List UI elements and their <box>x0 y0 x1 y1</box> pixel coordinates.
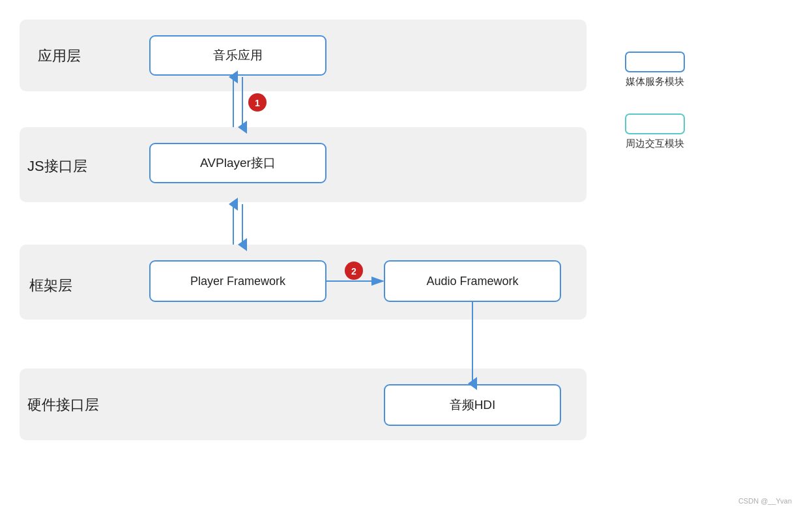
badge-1-text: 1 <box>255 98 260 108</box>
audio-hdi-label: 音频HDI <box>450 398 496 412</box>
watermark: CSDN @__Yvan <box>738 497 792 505</box>
player-framework-label: Player Framework <box>190 275 286 288</box>
audio-framework-label: Audio Framework <box>426 275 519 288</box>
legend-teal-label: 周边交互模块 <box>626 138 684 149</box>
diagram-wrapper: 音乐应用 AVPlayer接口 Player Framework Audio F… <box>0 0 812 512</box>
app-layer-label: 应用层 <box>38 48 81 64</box>
js-layer-label: JS接口层 <box>27 158 87 174</box>
hardware-layer-label: 硬件接口层 <box>27 397 99 413</box>
legend-teal-box <box>626 114 684 134</box>
badge-2-text: 2 <box>351 266 356 277</box>
legend-blue-box <box>626 52 684 72</box>
legend-blue-label: 媒体服务模块 <box>626 76 684 87</box>
music-app-label: 音乐应用 <box>213 48 263 62</box>
avplayer-label: AVPlayer接口 <box>200 156 276 170</box>
framework-layer-label: 框架层 <box>29 277 72 294</box>
main-svg: 音乐应用 AVPlayer接口 Player Framework Audio F… <box>0 0 812 512</box>
